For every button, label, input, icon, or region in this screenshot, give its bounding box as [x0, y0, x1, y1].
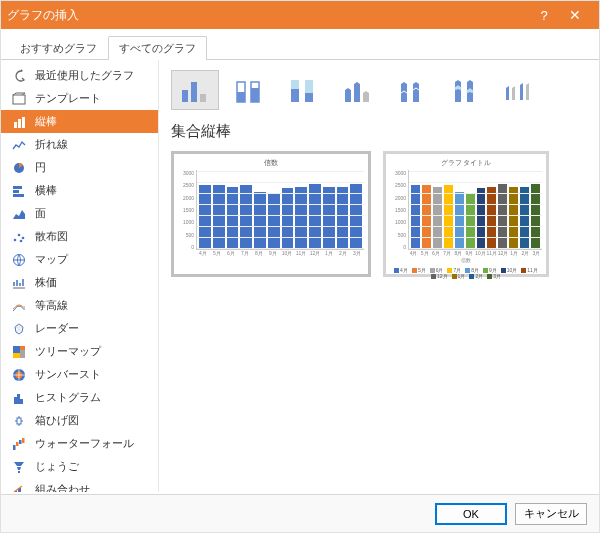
chart-legend: 4月5月6月7月8月9月10月11月12月1月2月3月 [390, 267, 542, 279]
tab-recommended[interactable]: おすすめグラフ [9, 36, 108, 60]
svg-point-10 [22, 236, 25, 239]
tab-strip: おすすめグラフ すべてのグラフ [1, 29, 599, 60]
svg-rect-24 [16, 442, 19, 446]
y-axis: 300025002000150010005000 [390, 170, 408, 250]
svg-rect-1 [14, 122, 17, 128]
chart-previews: 信数3000250020001500100050004月5月6月7月8月9月10… [171, 151, 587, 277]
chart-type-icon [11, 252, 27, 268]
svg-rect-39 [305, 80, 313, 93]
svg-rect-31 [200, 94, 206, 102]
svg-rect-6 [13, 190, 19, 193]
subtype-2[interactable] [279, 70, 327, 110]
chart-bars [408, 170, 542, 250]
chart-type-icon [11, 459, 27, 475]
subtype-4[interactable] [387, 70, 435, 110]
svg-rect-15 [20, 350, 25, 358]
chart-type-icon [11, 229, 27, 245]
chart-type-icon [11, 68, 27, 84]
chart-type-icon [11, 344, 27, 360]
main-panel: 集合縦棒 信数3000250020001500100050004月5月6月7月8… [159, 60, 599, 492]
svg-rect-5 [13, 186, 22, 189]
svg-rect-25 [19, 440, 22, 444]
sidebar-item-label: ウォーターフォール [35, 436, 134, 451]
sidebar-item-label: ツリーマップ [35, 344, 101, 359]
svg-rect-0 [13, 95, 25, 104]
close-icon[interactable]: ✕ [557, 7, 593, 23]
chart-type-icon [11, 183, 27, 199]
sidebar-item-label: ヒストグラム [35, 390, 101, 405]
dialog-title: グラフの挿入 [7, 7, 531, 24]
chart-type-icon [11, 413, 27, 429]
x-axis: 4月5月6月7月8月9月10月11月12月1月2月3月 [196, 250, 364, 256]
sidebar-item-9[interactable]: 株価 [1, 271, 158, 294]
chart-preview-1[interactable]: グラフ タイトル3000250020001500100050004月5月6月7月… [383, 151, 549, 277]
sidebar-item-18[interactable]: 組み合わせ [1, 478, 158, 492]
sidebar-item-5[interactable]: 横棒 [1, 179, 158, 202]
sidebar-item-label: 最近使用したグラフ [35, 68, 134, 83]
sidebar-item-10[interactable]: 等高線 [1, 294, 158, 317]
svg-rect-7 [13, 194, 24, 197]
sidebar-item-2[interactable]: 縦棒 [1, 110, 158, 133]
sidebar-item-13[interactable]: サンバースト [1, 363, 158, 386]
sidebar-item-label: 組み合わせ [35, 482, 90, 492]
sidebar-item-label: テンプレート [35, 91, 101, 106]
subtype-0[interactable] [171, 70, 219, 110]
svg-rect-21 [20, 399, 23, 404]
sidebar-item-label: じょうご [35, 459, 79, 474]
sidebar-item-1[interactable]: テンプレート [1, 87, 158, 110]
sidebar-item-8[interactable]: マップ [1, 248, 158, 271]
sidebar-item-label: 箱ひげ図 [35, 413, 79, 428]
sidebar-item-6[interactable]: 面 [1, 202, 158, 225]
sidebar-item-17[interactable]: じょうご [1, 455, 158, 478]
sidebar-item-14[interactable]: ヒストグラム [1, 386, 158, 409]
sidebar-item-7[interactable]: 散布図 [1, 225, 158, 248]
chart-type-sidebar: 最近使用したグラフテンプレート縦棒折れ線円横棒面散布図マップ株価等高線レーダーツ… [1, 60, 159, 492]
svg-rect-3 [22, 117, 25, 128]
svg-rect-26 [22, 438, 25, 443]
subtype-1[interactable] [225, 70, 273, 110]
subtype-5[interactable] [441, 70, 489, 110]
subtype-6[interactable] [495, 70, 543, 110]
chart-type-icon [11, 367, 27, 383]
sidebar-item-label: サンバースト [35, 367, 101, 382]
chart-type-icon [11, 298, 27, 314]
sidebar-item-label: 面 [35, 206, 46, 221]
sidebar-item-label: マップ [35, 252, 68, 267]
dialog-footer: OK キャンセル [1, 494, 599, 532]
svg-point-8 [14, 238, 17, 241]
svg-rect-35 [251, 88, 259, 102]
help-icon[interactable]: ? [531, 8, 557, 23]
ok-button[interactable]: OK [435, 503, 507, 525]
chart-type-icon [11, 137, 27, 153]
chart-type-icon [11, 436, 27, 452]
x-axis: 4月5月6月7月8月9月10月11月12月1月2月3月 [408, 250, 542, 256]
chart-bars [196, 170, 364, 250]
sidebar-item-4[interactable]: 円 [1, 156, 158, 179]
sidebar-item-15[interactable]: 箱ひげ図 [1, 409, 158, 432]
chart-preview-0[interactable]: 信数3000250020001500100050004月5月6月7月8月9月10… [171, 151, 371, 277]
chart-type-icon [11, 321, 27, 337]
sidebar-item-12[interactable]: ツリーマップ [1, 340, 158, 363]
svg-rect-22 [17, 418, 21, 424]
svg-rect-16 [13, 353, 20, 358]
svg-rect-13 [13, 346, 20, 353]
sidebar-item-0[interactable]: 最近使用したグラフ [1, 64, 158, 87]
sidebar-item-3[interactable]: 折れ線 [1, 133, 158, 156]
svg-rect-37 [291, 80, 299, 89]
tab-all-charts[interactable]: すべてのグラフ [108, 36, 207, 60]
cancel-button[interactable]: キャンセル [515, 503, 587, 525]
x-axis-label: 信数 [390, 257, 542, 263]
sidebar-item-11[interactable]: レーダー [1, 317, 158, 340]
content: 最近使用したグラフテンプレート縦棒折れ線円横棒面散布図マップ株価等高線レーダーツ… [1, 60, 599, 492]
svg-rect-23 [13, 445, 16, 450]
chart-subtypes [171, 70, 587, 110]
svg-rect-20 [17, 394, 20, 404]
subtype-3[interactable] [333, 70, 381, 110]
sidebar-item-16[interactable]: ウォーターフォール [1, 432, 158, 455]
sidebar-item-label: 散布図 [35, 229, 68, 244]
chart-type-icon [11, 390, 27, 406]
chart-type-icon [11, 206, 27, 222]
svg-rect-2 [18, 119, 21, 128]
chart-title: 信数 [178, 158, 364, 168]
svg-point-9 [18, 233, 21, 236]
